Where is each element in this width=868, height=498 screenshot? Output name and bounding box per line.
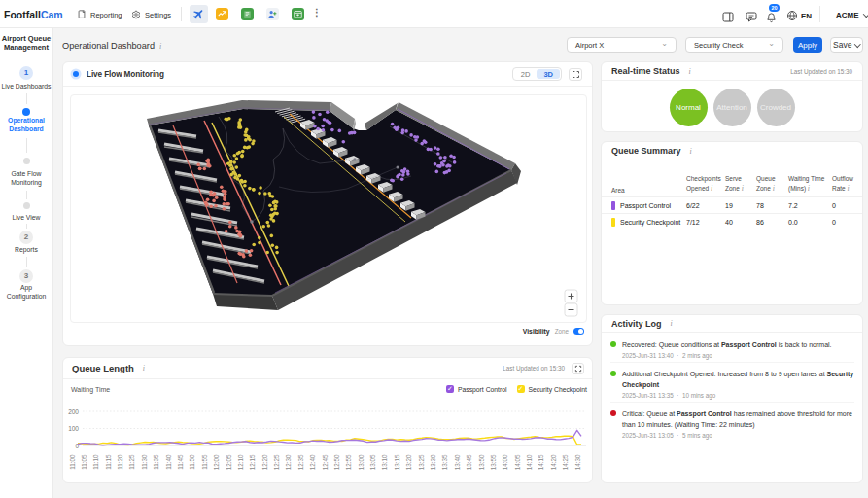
svg-text:13:00: 13:00	[358, 454, 365, 470]
svg-text:12:05: 12:05	[226, 454, 232, 470]
svg-text:11:00: 11:00	[69, 454, 76, 470]
svg-text:13:45: 13:45	[466, 454, 472, 470]
svg-text:200: 200	[68, 409, 79, 415]
svg-text:13:05: 13:05	[369, 454, 376, 470]
svg-text:12:30: 12:30	[285, 454, 292, 470]
svg-text:14:30: 14:30	[574, 454, 581, 470]
svg-text:100: 100	[68, 425, 79, 432]
svg-text:12:15: 12:15	[249, 454, 256, 470]
svg-text:13:20: 13:20	[405, 454, 412, 470]
svg-text:12:25: 12:25	[273, 454, 280, 470]
svg-text:13:40: 13:40	[454, 454, 461, 470]
svg-text:12:40: 12:40	[309, 454, 316, 470]
svg-text:12:50: 12:50	[333, 454, 340, 470]
svg-text:12:20: 12:20	[261, 454, 268, 470]
svg-text:11:55: 11:55	[201, 454, 208, 470]
svg-text:11:35: 11:35	[153, 454, 159, 470]
svg-text:13:35: 13:35	[441, 454, 448, 470]
svg-text:11:40: 11:40	[165, 454, 172, 470]
svg-text:13:25: 13:25	[418, 454, 425, 470]
svg-text:13:55: 13:55	[490, 454, 497, 470]
svg-text:11:30: 11:30	[141, 454, 148, 470]
svg-text:12:10: 12:10	[237, 454, 244, 470]
svg-text:11:45: 11:45	[177, 454, 184, 470]
svg-text:13:15: 13:15	[394, 454, 400, 470]
svg-text:11:20: 11:20	[117, 454, 123, 470]
svg-text:14:05: 14:05	[514, 454, 521, 470]
svg-text:13:10: 13:10	[381, 454, 388, 470]
svg-text:12:35: 12:35	[297, 454, 304, 470]
svg-text:14:25: 14:25	[562, 454, 569, 470]
svg-text:11:05: 11:05	[81, 454, 87, 470]
svg-text:11:50: 11:50	[189, 454, 195, 470]
svg-text:12:55: 12:55	[345, 454, 352, 470]
svg-text:13:50: 13:50	[478, 454, 485, 470]
svg-text:14:15: 14:15	[538, 454, 544, 470]
svg-text:12:00: 12:00	[213, 454, 220, 470]
svg-text:14:00: 14:00	[502, 454, 508, 470]
svg-text:12:45: 12:45	[322, 454, 329, 470]
svg-text:14:20: 14:20	[550, 454, 557, 470]
svg-text:11:25: 11:25	[128, 454, 135, 470]
svg-text:14:10: 14:10	[526, 454, 533, 470]
svg-text:11:15: 11:15	[105, 454, 112, 470]
svg-text:13:30: 13:30	[430, 454, 436, 470]
svg-text:11:10: 11:10	[92, 454, 99, 470]
